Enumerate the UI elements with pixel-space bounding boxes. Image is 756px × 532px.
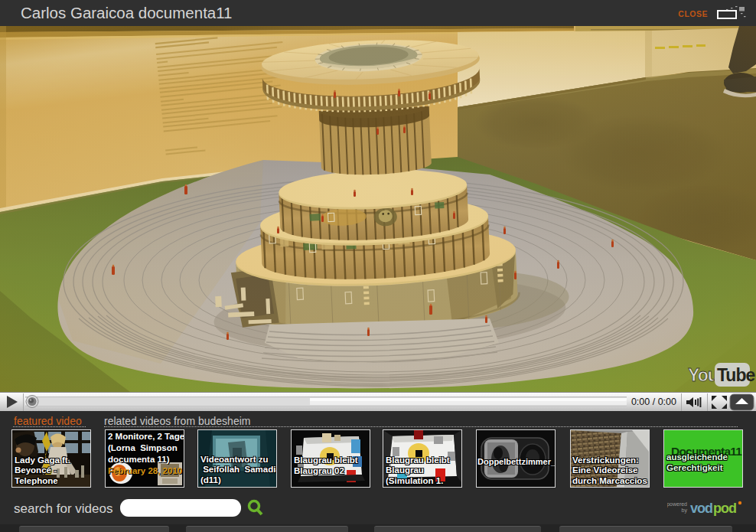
- svg-text:You: You: [688, 365, 718, 385]
- svg-text:vod: vod: [690, 501, 712, 516]
- svg-text:by: by: [682, 508, 688, 514]
- svg-text:powered: powered: [667, 501, 687, 508]
- svg-text:0:00 / 0:00: 0:00 / 0:00: [631, 397, 676, 407]
- svg-text:pod: pod: [713, 501, 736, 516]
- svg-text:Tube: Tube: [717, 365, 754, 385]
